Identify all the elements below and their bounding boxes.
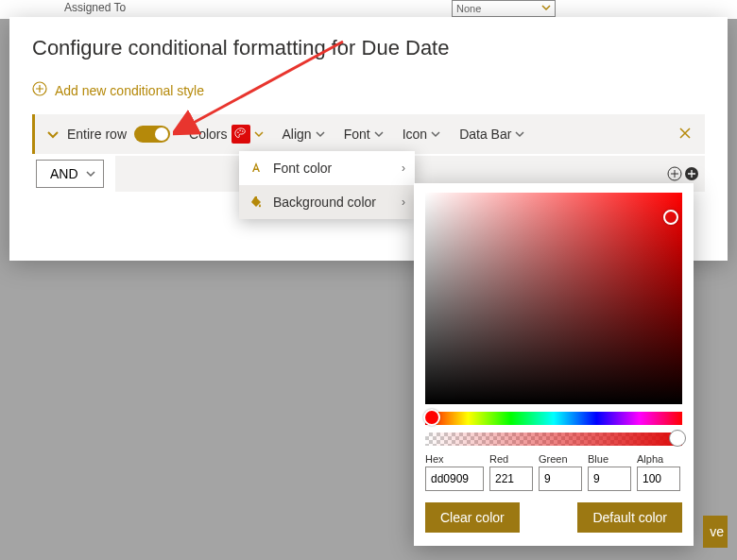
field-label-assigned-to: Assigned To (64, 1, 126, 14)
dropdown-none-value: None (456, 3, 481, 14)
default-color-button[interactable]: Default color (577, 502, 682, 533)
alpha-thumb[interactable] (669, 430, 686, 447)
svg-point-1 (237, 131, 239, 133)
picker-buttons: Clear color Default color (425, 502, 682, 533)
save-button-partial[interactable]: ve (703, 516, 728, 548)
colors-label: Colors (189, 127, 227, 142)
hex-label: Hex (425, 453, 484, 465)
background-color-item[interactable]: Background color › (239, 185, 415, 219)
background-color-label: Background color (273, 195, 376, 210)
alpha-slider[interactable] (425, 433, 682, 446)
svg-point-2 (239, 130, 241, 132)
font-label: Font (344, 127, 370, 142)
alpha-label: Alpha (637, 453, 680, 465)
hue-slider[interactable] (425, 412, 682, 425)
font-color-item[interactable]: Font color › (239, 151, 415, 185)
logic-operator-label: AND (50, 166, 78, 181)
red-input[interactable] (489, 467, 533, 491)
chevron-right-icon: › (402, 195, 405, 209)
chevron-down-icon (86, 166, 95, 181)
logic-operator-dropdown[interactable]: AND (36, 160, 104, 188)
databar-menu[interactable]: Data Bar (454, 114, 530, 154)
colors-flyout: Font color › Background color › (239, 151, 415, 219)
add-conditional-style-link[interactable]: Add new conditional style (32, 81, 705, 99)
rule-row: Entire row Colors Align Font Icon Data B… (32, 114, 705, 154)
delete-rule-button[interactable] (673, 125, 697, 144)
dropdown-none[interactable]: None (452, 0, 556, 17)
saturation-value-panel[interactable] (425, 193, 682, 404)
chevron-down-icon (541, 3, 551, 14)
align-menu[interactable]: Align (277, 114, 331, 154)
alpha-overlay (425, 433, 682, 446)
color-swatch (231, 125, 250, 144)
blue-input[interactable] (588, 467, 631, 491)
sv-thumb[interactable] (663, 210, 678, 225)
hue-thumb[interactable] (423, 409, 440, 426)
font-menu[interactable]: Font (338, 114, 389, 154)
icon-menu[interactable]: Icon (397, 114, 446, 154)
chevron-down-icon (431, 127, 440, 142)
font-color-icon (249, 161, 264, 175)
chevron-down-icon (515, 127, 524, 142)
scope-toggle[interactable] (134, 126, 170, 143)
colors-menu[interactable]: Colors (183, 114, 268, 154)
font-color-label: Font color (273, 161, 332, 176)
svg-point-3 (241, 130, 243, 132)
databar-label: Data Bar (459, 127, 511, 142)
blue-label: Blue (588, 453, 631, 465)
add-conditional-style-label: Add new conditional style (55, 83, 204, 98)
green-input[interactable] (539, 467, 582, 491)
icon-label: Icon (403, 127, 427, 142)
paint-bucket-icon (249, 195, 264, 209)
add-condition-button[interactable] (667, 166, 682, 181)
dialog-title: Configure conditional formatting for Due… (32, 36, 705, 60)
chevron-down-icon (254, 127, 264, 142)
color-picker: Hex Red Green Blue Alpha Clear color Def… (414, 183, 694, 546)
align-label: Align (283, 127, 312, 142)
color-inputs: Hex Red Green Blue Alpha (425, 453, 682, 491)
alpha-input[interactable] (637, 467, 680, 491)
chevron-down-icon (316, 127, 325, 142)
chevron-right-icon: › (402, 161, 405, 175)
clear-color-button[interactable]: Clear color (425, 502, 520, 533)
plus-circle-icon (32, 81, 47, 99)
collapse-toggle[interactable] (46, 127, 60, 141)
add-condition-filled-button[interactable] (684, 166, 699, 181)
red-label: Red (489, 453, 533, 465)
green-label: Green (539, 453, 582, 465)
hex-input[interactable] (425, 467, 484, 491)
chevron-down-icon (374, 127, 384, 142)
scope-label: Entire row (67, 127, 127, 142)
